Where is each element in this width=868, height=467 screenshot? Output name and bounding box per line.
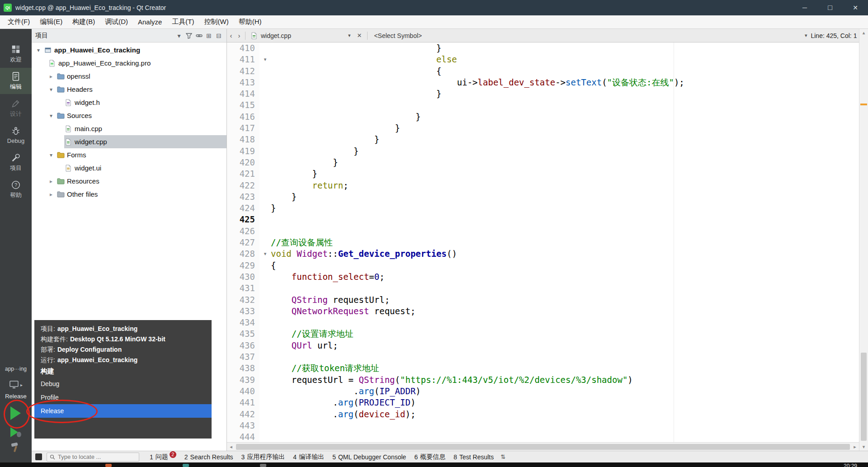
fold-column xyxy=(259,397,271,408)
code-text: //获取token请求地址 xyxy=(271,363,859,374)
open-document-selector[interactable]: widget.cpp ▾ xyxy=(247,32,353,40)
output-pane-label: 编译输出 xyxy=(299,453,324,461)
locator-input[interactable] xyxy=(57,453,131,461)
chevron-right-icon[interactable] xyxy=(48,73,54,80)
tree-item[interactable]: app_Huawei_Eco_tracking xyxy=(32,43,226,57)
tree-item[interactable]: openssl xyxy=(32,70,226,83)
build-info-row: 项目:app_Huawei_Eco_tracking xyxy=(34,324,212,334)
code-text: { xyxy=(271,260,859,271)
vertical-scrollbar[interactable]: ▴ ▾ xyxy=(859,29,868,451)
minimize-button[interactable] xyxy=(792,0,817,15)
fold-marker-icon[interactable] xyxy=(259,54,271,65)
pane-select-dropdown-icon[interactable] xyxy=(174,31,184,41)
chevron-down-icon[interactable] xyxy=(35,47,42,53)
tree-item[interactable]: Sources xyxy=(32,109,226,122)
output-pane-arrows-icon[interactable]: ⇅ xyxy=(500,453,505,460)
code-line: 431 xyxy=(227,283,859,294)
tree-item[interactable]: Resources xyxy=(32,175,226,188)
build-option-release[interactable]: Release xyxy=(34,404,212,418)
tree-item[interactable]: widget.h xyxy=(32,96,226,109)
tree-item-label: Headers xyxy=(67,85,93,93)
vertical-scroll-thumb[interactable] xyxy=(861,353,867,441)
code-text: } xyxy=(271,168,859,179)
filter-icon[interactable] xyxy=(184,31,194,41)
tree-item[interactable]: Other files xyxy=(32,188,226,201)
build-hammer-button[interactable] xyxy=(9,441,22,454)
output-pane-button[interactable]: 5QML Debugger Console xyxy=(328,451,410,462)
output-pane-button[interactable]: 4编译输出 xyxy=(289,451,328,462)
line-number: 422 xyxy=(227,180,259,191)
code-line: 415 xyxy=(227,99,859,111)
tree-item[interactable]: Forms xyxy=(32,148,226,161)
chevron-right-icon[interactable] xyxy=(48,191,54,198)
menu-item[interactable]: 控制(W) xyxy=(199,15,234,29)
chevron-down-icon[interactable]: ▾ xyxy=(805,33,807,38)
menu-item[interactable]: 调试(D) xyxy=(100,15,133,29)
tree-item[interactable]: app_Huawei_Eco_tracking.pro xyxy=(32,57,226,70)
kit-selector-button[interactable]: ▸ xyxy=(0,377,32,392)
close-pane-icon[interactable]: ⊟ xyxy=(214,31,224,41)
history-forward-icon[interactable]: › xyxy=(235,32,243,39)
tree-item[interactable]: main.cpp xyxy=(32,122,226,135)
code-editor[interactable]: 410 }411 else412 {413 ui->label_dev_stat… xyxy=(227,42,859,442)
close-button[interactable] xyxy=(843,0,868,15)
line-number: 416 xyxy=(227,111,259,123)
fold-column xyxy=(259,168,271,179)
split-pane-icon[interactable]: ⊞ xyxy=(204,31,214,41)
symbol-selector[interactable]: <Select Symbol> xyxy=(369,32,426,39)
menu-item[interactable]: 帮助(H) xyxy=(234,15,267,29)
output-pane-number: 8 xyxy=(453,453,457,461)
scroll-down-icon[interactable]: ▾ xyxy=(859,444,868,450)
run-button[interactable] xyxy=(6,403,24,423)
build-option-profile[interactable]: Profile xyxy=(34,391,212,404)
tree-item[interactable]: widget.ui xyxy=(32,161,226,175)
chevron-down-icon[interactable] xyxy=(48,152,54,158)
menu-item[interactable]: 构建(B) xyxy=(67,15,100,29)
taskbar-app-icon[interactable] xyxy=(260,464,266,467)
fold-marker-icon[interactable] xyxy=(259,248,271,259)
output-pane-toggle-icon[interactable] xyxy=(35,453,42,460)
horizontal-scrollbar[interactable]: ◂ ▸ xyxy=(227,442,859,451)
sync-with-editor-icon[interactable] xyxy=(194,31,204,41)
maximize-button[interactable] xyxy=(817,0,843,15)
scroll-up-icon[interactable]: ▴ xyxy=(859,30,868,36)
output-pane-button[interactable]: 2Search Results xyxy=(180,451,237,462)
menu-item[interactable]: 编辑(E) xyxy=(35,15,67,29)
scroll-left-icon[interactable]: ◂ xyxy=(227,444,235,450)
code-line: 424} xyxy=(227,203,859,214)
output-pane-button[interactable]: 3应用程序输出 xyxy=(237,451,289,462)
tree-item[interactable]: Headers xyxy=(32,83,226,96)
horizontal-scroll-thumb[interactable] xyxy=(236,444,850,450)
chevron-down-icon[interactable] xyxy=(48,113,54,119)
output-pane-number: 3 xyxy=(241,453,245,461)
scroll-right-icon[interactable]: ▸ xyxy=(851,444,859,450)
debug-run-button[interactable] xyxy=(8,425,23,439)
build-option-debug[interactable]: Debug xyxy=(34,377,212,391)
code-line: 444 xyxy=(227,431,859,442)
output-pane-button[interactable]: 1问题2 xyxy=(146,451,180,462)
code-text xyxy=(271,317,859,328)
locator-field[interactable] xyxy=(47,453,139,462)
file-cpp-icon xyxy=(64,138,72,146)
output-pane-button[interactable]: 8Test Results xyxy=(449,451,498,462)
close-document-icon[interactable]: ✕ xyxy=(353,32,365,39)
taskbar-app-icon[interactable] xyxy=(183,464,189,467)
menu-item[interactable]: 文件(F) xyxy=(3,15,35,29)
menu-item[interactable]: Analyze xyxy=(133,15,167,29)
chevron-down-icon[interactable] xyxy=(48,86,54,93)
menu-item[interactable]: 工具(T) xyxy=(167,15,199,29)
fold-column xyxy=(259,42,271,54)
fold-column xyxy=(259,340,271,351)
fold-column xyxy=(259,328,271,340)
code-text: void Widget::Get_device_properties() xyxy=(271,248,859,259)
tree-item[interactable]: widget.cpp xyxy=(32,135,226,148)
taskbar-app-icon[interactable] xyxy=(105,464,112,467)
code-text: ui->label_dev_state->setText("设备状态:在线"); xyxy=(271,77,859,88)
output-pane-button[interactable]: 6概要信息 xyxy=(410,451,449,462)
code-line: 437 xyxy=(227,351,859,363)
chevron-right-icon[interactable] xyxy=(48,178,54,184)
history-back-icon[interactable]: ‹ xyxy=(227,32,235,39)
line-number: 438 xyxy=(227,363,259,374)
qt-creator-window: Qt widget.cpp @ app_Huawei_Eco_tracking … xyxy=(0,0,868,467)
line-number: 440 xyxy=(227,386,259,397)
